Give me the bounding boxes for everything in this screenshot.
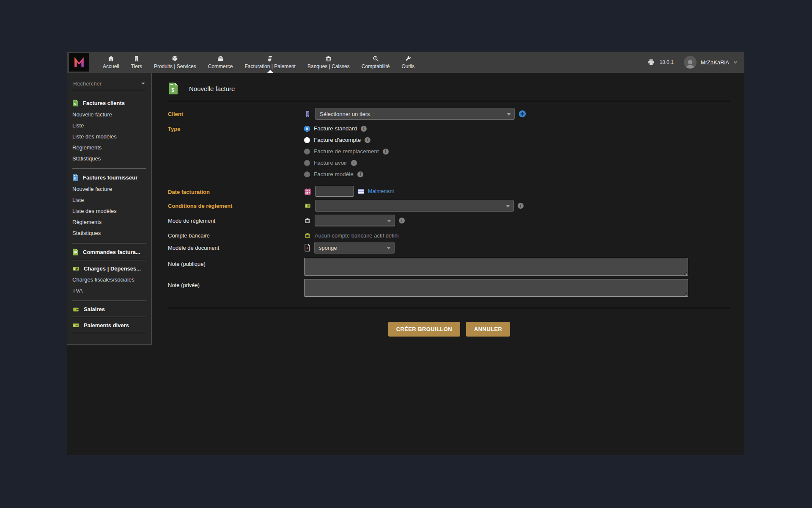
info-icon[interactable]: i: [399, 218, 405, 224]
pdf-file-icon: A: [304, 244, 310, 251]
chevron-down-icon[interactable]: [733, 60, 738, 64]
date-facturation-label: Date facturation: [168, 186, 304, 195]
sidebar-item-statistiques[interactable]: Statistiques: [72, 228, 146, 239]
chevron-down-icon: [506, 205, 510, 207]
info-icon[interactable]: i: [361, 126, 367, 132]
cube-icon: [171, 55, 178, 62]
cancel-button[interactable]: ANNULER: [466, 322, 510, 337]
type-option-facture-acompte: Facture d'acompte i: [304, 134, 389, 146]
type-label: Type: [168, 123, 304, 132]
bank-icon: [325, 55, 332, 62]
nav-item-comptabilite[interactable]: ? Comptabilité: [356, 52, 396, 73]
magnifier-icon: ?: [372, 55, 379, 62]
nav-item-produits-services[interactable]: Produits | Services: [148, 52, 202, 73]
sidebar-item-reglements[interactable]: Règlements: [72, 142, 146, 153]
sidebar-section-title: Factures clients: [83, 100, 125, 106]
note-publique-label: Note (publique): [168, 258, 304, 267]
bill-green-icon: $: [72, 265, 80, 272]
doc-model-value: sponge: [319, 245, 337, 251]
svg-text:$: $: [306, 205, 307, 207]
option-label: Facture standard: [314, 125, 357, 132]
invoice-green-icon: $: [168, 82, 179, 95]
sidebar-item-liste-des-modeles[interactable]: Liste des modèles: [72, 131, 146, 142]
thirdparty-building-icon: [304, 110, 311, 118]
type-option-facture-standard: Facture standard i: [304, 123, 389, 134]
sidebar-item-statistiques[interactable]: Statistiques: [72, 153, 146, 164]
sidebar-item-nouvelle-facture[interactable]: Nouvelle facture: [72, 184, 146, 195]
modele-document-label: Modèle de document: [168, 242, 304, 251]
compte-bancaire-label: Compte bancaire: [168, 229, 304, 239]
version-label: 18.0.1: [659, 59, 673, 65]
radio-disabled: [304, 171, 310, 177]
home-icon: [107, 55, 115, 62]
sidebar-divider: [72, 243, 146, 243]
date-input[interactable]: [315, 186, 354, 197]
user-avatar[interactable]: [684, 56, 697, 69]
info-icon[interactable]: i: [365, 137, 370, 143]
nav-item-commerce[interactable]: Commerce: [202, 52, 239, 73]
payment-terms-select[interactable]: [315, 200, 514, 212]
create-draft-button[interactable]: CRÉER BROUILLON: [388, 322, 460, 337]
wrench-icon: [404, 55, 411, 62]
datepicker-icon[interactable]: [358, 188, 364, 195]
svg-text:$: $: [171, 87, 174, 93]
sidebar-item-nouvelle-facture[interactable]: Nouvelle facture: [72, 109, 146, 120]
nav-item-accueil[interactable]: Accueil: [97, 52, 125, 73]
bank-account-status: Aucun compte bancaire actif défini: [315, 232, 399, 239]
type-option-facture-modele: Facture modèle i: [304, 168, 389, 180]
nav-item-label: Facturation | Paiement: [244, 64, 296, 69]
mars-logo-icon: [71, 55, 87, 70]
option-label: Facture avoir: [314, 160, 347, 166]
active-menu-caret: [267, 70, 273, 73]
bank-icon: [304, 217, 311, 224]
sidebar-section-commandes-facturables[interactable]: Commandes factura...: [72, 248, 146, 256]
svg-text:?: ?: [374, 57, 376, 59]
printer-icon[interactable]: [647, 58, 655, 66]
sidebar-item-charges-fiscales-sociales[interactable]: Charges fiscales/sociales: [72, 274, 146, 285]
sidebar-section-factures-clients[interactable]: $ Factures clients: [72, 99, 146, 107]
payment-mode-select[interactable]: [315, 215, 395, 226]
sidebar-section-charges-depenses[interactable]: $ Charges | Dépenses...: [72, 265, 146, 272]
note-publique-textarea[interactable]: [304, 258, 688, 276]
sidebar-section-factures-fournisseur[interactable]: $ Factures fournisseur: [72, 174, 146, 181]
radio-selected[interactable]: [304, 126, 310, 132]
username-label[interactable]: MrZaKaRiA: [701, 59, 729, 66]
sidebar-item-reglements[interactable]: Règlements: [72, 217, 146, 228]
top-navbar: Accueil Tiers Produits | Services Commer…: [67, 52, 744, 73]
svg-text:$: $: [74, 102, 76, 106]
nav-item-outils[interactable]: Outils: [396, 52, 421, 73]
svg-text:$: $: [74, 268, 75, 270]
info-icon[interactable]: i: [357, 171, 363, 177]
sidebar-section-salaires[interactable]: Salaires: [72, 306, 146, 312]
nav-item-banques-caisses[interactable]: Banques | Caisses: [302, 52, 356, 73]
navbar-right: 18.0.1 MrZaKaRiA: [647, 52, 744, 73]
app-logo[interactable]: [69, 53, 89, 72]
doc-model-select[interactable]: sponge: [314, 242, 395, 254]
nav-item-facturation-paiement[interactable]: Facturation | Paiement: [239, 52, 302, 73]
sidebar-section-title: Charges | Dépenses...: [84, 265, 141, 272]
sidebar-divider: [72, 333, 146, 333]
info-icon[interactable]: i: [351, 160, 357, 166]
info-icon[interactable]: i: [383, 149, 389, 155]
sidebar-item-liste-des-modeles[interactable]: Liste des modèles: [72, 206, 146, 217]
add-thirdparty-icon[interactable]: [518, 110, 526, 118]
radio-unselected[interactable]: [304, 137, 310, 143]
nav-item-label: Tiers: [131, 64, 142, 69]
svg-text:A: A: [306, 247, 308, 250]
nav-item-label: Accueil: [103, 64, 119, 69]
sidebar-item-tva[interactable]: TVA: [72, 285, 146, 296]
note-privee-textarea[interactable]: [304, 279, 688, 297]
client-select[interactable]: Sélectionner un tiers: [315, 108, 515, 120]
info-icon[interactable]: i: [518, 203, 524, 209]
sidebar-item-liste[interactable]: Liste: [72, 120, 146, 131]
sidebar-item-liste[interactable]: Liste: [72, 195, 146, 206]
nav-item-tiers[interactable]: Tiers: [125, 52, 148, 73]
svg-text:$: $: [74, 324, 75, 327]
sidebar-section-title: Factures fournisseur: [83, 174, 137, 181]
now-link[interactable]: Maintenant: [368, 188, 394, 194]
option-label: Facture d'acompte: [314, 137, 361, 143]
sidebar-divider: [72, 260, 146, 260]
sidebar-search-select[interactable]: Rechercher: [72, 79, 146, 90]
sidebar-section-paiements-divers[interactable]: $ Paiements divers: [72, 322, 146, 329]
sidebar-divider: [72, 301, 146, 301]
